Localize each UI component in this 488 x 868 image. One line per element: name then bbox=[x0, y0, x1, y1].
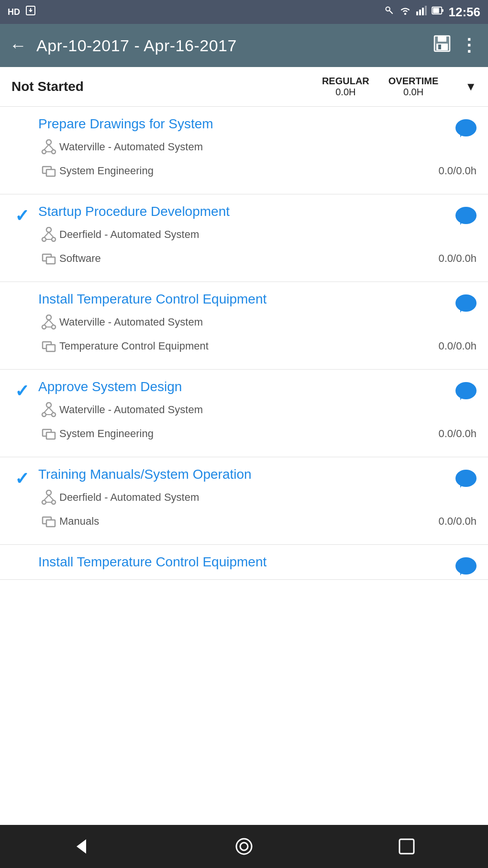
comment-button-6[interactable] bbox=[454, 554, 478, 581]
svg-rect-31 bbox=[46, 257, 55, 264]
svg-point-16 bbox=[52, 150, 55, 154]
svg-point-67 bbox=[236, 839, 252, 854]
network-icon-2 bbox=[38, 224, 59, 245]
task-category-row-1: System Engineering 0.0/0.0h bbox=[38, 160, 478, 181]
svg-line-57 bbox=[44, 495, 49, 500]
task-location-row-4: Waterville - Automated System bbox=[38, 399, 478, 420]
svg-line-58 bbox=[49, 495, 54, 500]
task-title-4[interactable]: Approve System Design bbox=[38, 379, 478, 395]
back-button[interactable]: ← bbox=[10, 35, 27, 56]
task-type-icon-3 bbox=[38, 336, 59, 357]
app-header: ← Apr-10-2017 - Apr-16-2017 ⋮ bbox=[0, 24, 488, 67]
task-location-1: Waterville - Automated System bbox=[59, 141, 478, 153]
comment-button-5[interactable] bbox=[454, 467, 478, 494]
task-hours-5: 0.0/0.0h bbox=[438, 515, 478, 528]
task-location-2: Deerfield - Automated System bbox=[59, 228, 478, 241]
nav-home-button[interactable] bbox=[225, 827, 263, 866]
task-list: Prepare Drawings for System Waterville -… bbox=[0, 107, 488, 825]
network-icon-3 bbox=[38, 312, 59, 333]
task-type-icon-2 bbox=[38, 248, 59, 269]
task-item-partial[interactable]: Install Temperature Control Equipment bbox=[0, 545, 488, 580]
svg-point-35 bbox=[42, 325, 46, 329]
svg-point-44 bbox=[46, 403, 51, 407]
svg-rect-3 bbox=[416, 11, 418, 15]
task-item[interactable]: ✓ Approve System Design Waterville - Aut… bbox=[0, 370, 488, 457]
svg-point-46 bbox=[52, 413, 55, 417]
task-checkbox-4[interactable]: ✓ bbox=[8, 379, 36, 401]
save-button[interactable] bbox=[433, 35, 451, 56]
svg-point-36 bbox=[52, 325, 55, 329]
task-content-2: Startup Procedure Development Deerfield … bbox=[36, 204, 478, 272]
svg-line-28 bbox=[49, 232, 54, 237]
overtime-hours: OVERTIME 0.0H bbox=[388, 76, 438, 98]
task-type-icon-4 bbox=[38, 423, 59, 444]
task-title-3[interactable]: Install Temperature Control Equipment bbox=[38, 292, 478, 307]
svg-rect-13 bbox=[438, 45, 441, 49]
svg-line-17 bbox=[44, 145, 49, 150]
task-item[interactable]: Prepare Drawings for System Waterville -… bbox=[0, 107, 488, 194]
task-title-5[interactable]: Training Manuals/System Operation bbox=[38, 467, 478, 482]
regular-label: REGULAR bbox=[322, 76, 369, 87]
svg-point-56 bbox=[52, 500, 55, 504]
comment-button-2[interactable] bbox=[454, 204, 478, 231]
task-location-row-3: Waterville - Automated System bbox=[38, 312, 478, 333]
task-item[interactable]: ✓ Training Manuals/System Operation Deer… bbox=[0, 457, 488, 545]
signal-icon bbox=[416, 6, 427, 18]
comment-button-3[interactable] bbox=[454, 292, 478, 318]
checkmark-2: ✓ bbox=[15, 206, 29, 226]
svg-point-34 bbox=[46, 315, 51, 320]
task-checkbox-6[interactable] bbox=[8, 554, 36, 556]
task-category-2: Software bbox=[59, 252, 438, 265]
task-checkbox-1[interactable] bbox=[8, 116, 36, 118]
task-category-row-2: Software 0.0/0.0h bbox=[38, 248, 478, 269]
svg-point-68 bbox=[240, 843, 248, 850]
task-checkbox-3[interactable] bbox=[8, 292, 36, 293]
svg-point-62 bbox=[455, 470, 477, 487]
task-title-2[interactable]: Startup Procedure Development bbox=[38, 204, 478, 219]
svg-line-18 bbox=[49, 145, 54, 150]
bottom-navigation bbox=[0, 825, 488, 868]
date-range-title: Apr-10-2017 - Apr-16-2017 bbox=[36, 36, 424, 55]
task-hours-4: 0.0/0.0h bbox=[438, 428, 478, 440]
task-content-4: Approve System Design Waterville - Autom… bbox=[36, 379, 478, 447]
task-location-row-1: Waterville - Automated System bbox=[38, 136, 478, 158]
nav-back-button[interactable] bbox=[62, 827, 100, 866]
section-title: Not Started bbox=[11, 79, 322, 94]
task-checkbox-2[interactable]: ✓ bbox=[8, 204, 36, 226]
svg-marker-66 bbox=[77, 839, 86, 854]
task-location-4: Waterville - Automated System bbox=[59, 404, 478, 416]
key-icon bbox=[385, 6, 394, 18]
svg-point-25 bbox=[42, 237, 46, 241]
more-options-button[interactable]: ⋮ bbox=[460, 35, 478, 56]
task-category-row-5: Manuals 0.0/0.0h bbox=[38, 511, 478, 532]
task-item[interactable]: ✓ Startup Procedure Development Deerfiel… bbox=[0, 194, 488, 282]
task-category-row-3: Temperature Control Equipment 0.0/0.0h bbox=[38, 336, 478, 357]
svg-rect-5 bbox=[422, 8, 424, 15]
comment-button-1[interactable] bbox=[454, 116, 478, 143]
svg-line-27 bbox=[44, 232, 49, 237]
time-display: 12:56 bbox=[449, 5, 481, 20]
task-checkbox-5[interactable]: ✓ bbox=[8, 467, 36, 489]
overtime-label: OVERTIME bbox=[388, 76, 438, 87]
task-content-3: Install Temperature Control Equipment Wa… bbox=[36, 292, 478, 360]
task-category-5: Manuals bbox=[59, 515, 438, 528]
overtime-value: 0.0H bbox=[388, 87, 438, 98]
svg-rect-11 bbox=[438, 36, 446, 42]
comment-button-4[interactable] bbox=[454, 379, 478, 406]
svg-point-64 bbox=[455, 557, 477, 575]
svg-rect-21 bbox=[46, 169, 55, 176]
task-item[interactable]: Install Temperature Control Equipment Wa… bbox=[0, 282, 488, 370]
svg-rect-6 bbox=[425, 6, 427, 15]
task-content-5: Training Manuals/System Operation Deerfi… bbox=[36, 467, 478, 535]
regular-hours: REGULAR 0.0H bbox=[322, 76, 369, 98]
checkmark-4: ✓ bbox=[15, 381, 29, 401]
task-title-6[interactable]: Install Temperature Control Equipment bbox=[38, 554, 478, 570]
network-icon-1 bbox=[38, 136, 59, 158]
task-title-1[interactable]: Prepare Drawings for System bbox=[38, 116, 478, 132]
task-hours-3: 0.0/0.0h bbox=[438, 340, 478, 352]
section-dropdown-button[interactable]: ▼ bbox=[465, 80, 477, 93]
task-location-3: Waterville - Automated System bbox=[59, 316, 478, 328]
nav-recents-button[interactable] bbox=[388, 827, 426, 866]
svg-line-48 bbox=[49, 407, 54, 413]
task-category-1: System Engineering bbox=[59, 165, 438, 177]
